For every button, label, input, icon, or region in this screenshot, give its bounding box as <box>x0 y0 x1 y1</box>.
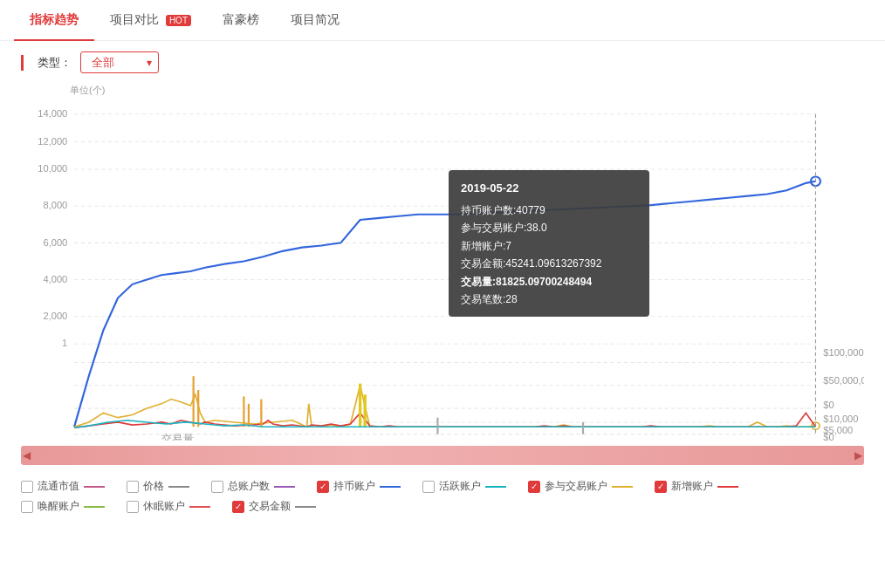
type-select[interactable]: 全部 主网 测试网 <box>80 51 159 73</box>
scroll-right-arrow[interactable]: ▶ <box>854 449 862 462</box>
legend-item-coin-accounts[interactable]: 持币账户 <box>317 479 405 494</box>
svg-text:6,000: 6,000 <box>44 237 68 248</box>
legend-checkbox-market-cap[interactable] <box>21 481 33 493</box>
legend-checkbox-dormant-accounts[interactable] <box>21 501 33 513</box>
legend-label-coin-accounts: 持币账户 <box>333 479 375 494</box>
legend-item-trade-accounts[interactable]: 参与交易账户 <box>528 479 637 494</box>
legend-line-trade-amount <box>295 506 316 508</box>
svg-text:$10,000: $10,000 <box>823 414 858 424</box>
legend-line-new-accounts <box>717 486 738 488</box>
legend-line-total-accounts <box>274 486 295 488</box>
svg-text:8,000: 8,000 <box>44 201 68 211</box>
svg-text:$0: $0 <box>823 400 834 410</box>
hot-badge: HOT <box>166 15 191 26</box>
svg-text:10,000: 10,000 <box>38 163 67 174</box>
legend-label-active-accounts: 活跃账户 <box>439 479 481 494</box>
legend-checkbox-new-accounts[interactable] <box>655 481 667 493</box>
svg-text:12,000: 12,000 <box>38 136 67 147</box>
legend-item-total-accounts[interactable]: 总账户数 <box>211 479 299 494</box>
chart-svg: .grid-line { stroke: #e8e8e8; stroke-wid… <box>21 100 864 441</box>
legend-item-dormant-accounts[interactable]: 唤醒账户 <box>21 499 109 514</box>
legend-item-sleep-accounts[interactable]: 休眠账户 <box>127 499 215 514</box>
legend-label-price: 价格 <box>143 479 164 494</box>
legend-row-2: 唤醒账户 休眠账户 交易金额 <box>21 499 864 514</box>
legend-item-new-accounts[interactable]: 新增账户 <box>655 479 743 494</box>
svg-text:2,000: 2,000 <box>44 311 68 321</box>
legend-item-price[interactable]: 价格 <box>127 479 194 494</box>
legend-checkbox-coin-accounts[interactable] <box>317 481 329 493</box>
chart-scrollbar[interactable]: ◀ ▶ <box>21 446 864 465</box>
legend-line-price <box>168 486 189 488</box>
legend-checkbox-total-accounts[interactable] <box>211 481 223 493</box>
legend-line-dormant-accounts <box>84 506 105 508</box>
svg-text:14,000: 14,000 <box>38 108 67 119</box>
legend-line-coin-accounts <box>380 486 401 488</box>
legend-line-active-accounts <box>485 486 506 488</box>
legend-area: 流通市值 价格 总账户数 持币账户 活跃账户 参与 <box>0 470 885 523</box>
filter-label: 类型： <box>38 55 72 71</box>
chart-unit-label: 单位(个) <box>70 84 864 97</box>
svg-text:交易量: 交易量 <box>161 433 194 441</box>
svg-text:$0: $0 <box>823 432 834 441</box>
legend-label-trade-accounts: 参与交易账户 <box>545 479 607 494</box>
scrollbar-thumb[interactable] <box>21 446 864 465</box>
legend-label-new-accounts: 新增账户 <box>671 479 713 494</box>
chart-wrapper: .grid-line { stroke: #e8e8e8; stroke-wid… <box>21 100 864 441</box>
legend-item-active-accounts[interactable]: 活跃账户 <box>422 479 511 494</box>
tab-project-compare[interactable]: 项目对比 HOT <box>94 0 207 40</box>
chart-container: 单位(个) .grid-line { stroke: #e8e8e8; stro… <box>0 84 885 441</box>
legend-checkbox-trade-amount[interactable] <box>232 501 244 513</box>
tab-rich-list[interactable]: 富豪榜 <box>207 0 275 40</box>
tab-indicator-trend[interactable]: 指标趋势 <box>14 0 94 40</box>
tab-project-overview[interactable]: 项目简况 <box>275 0 355 40</box>
legend-checkbox-sleep-accounts[interactable] <box>127 501 139 513</box>
legend-item-market-cap[interactable]: 流通市值 <box>21 479 109 494</box>
nav-tabs: 指标趋势 项目对比 HOT 富豪榜 项目简况 <box>0 0 885 41</box>
legend-row-1: 流通市值 价格 总账户数 持币账户 活跃账户 参与 <box>21 479 864 494</box>
legend-checkbox-trade-accounts[interactable] <box>528 481 540 493</box>
svg-text:1: 1 <box>62 338 67 349</box>
legend-checkbox-active-accounts[interactable] <box>422 481 435 493</box>
legend-label-trade-amount: 交易金额 <box>249 499 291 514</box>
legend-line-market-cap <box>84 486 105 488</box>
legend-label-total-accounts: 总账户数 <box>228 479 270 494</box>
legend-label-sleep-accounts: 休眠账户 <box>143 499 185 514</box>
filter-accent <box>21 55 24 71</box>
svg-text:$50,000,000: $50,000,000 <box>823 375 864 386</box>
legend-label-dormant-accounts: 唤醒账户 <box>38 499 79 514</box>
type-select-wrapper[interactable]: 全部 主网 测试网 <box>80 51 159 73</box>
legend-line-trade-accounts <box>612 486 633 488</box>
svg-text:4,000: 4,000 <box>44 274 68 284</box>
legend-label-market-cap: 流通市值 <box>38 479 79 494</box>
filter-row: 类型： 全部 主网 测试网 <box>0 41 885 84</box>
legend-line-sleep-accounts <box>189 506 210 508</box>
legend-item-trade-amount[interactable]: 交易金额 <box>232 499 320 514</box>
legend-checkbox-price[interactable] <box>127 481 139 493</box>
svg-text:$100,000,000: $100,000,000 <box>823 347 864 358</box>
scroll-left-arrow[interactable]: ◀ <box>23 449 31 462</box>
